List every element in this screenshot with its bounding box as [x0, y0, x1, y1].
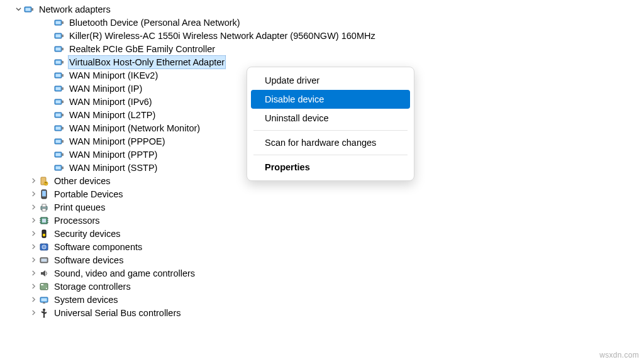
svg-rect-2 — [31, 8, 33, 11]
tree-category-label: Sound, video and game controllers — [53, 267, 196, 280]
tree-category[interactable]: Software devices — [0, 253, 377, 266]
chevron-down-icon[interactable] — [14, 5, 23, 14]
tree-item-label: WAN Miniport (IPv6) — [68, 96, 153, 108]
tree-category[interactable]: Storage controllers — [0, 280, 377, 293]
context-menu-item[interactable]: Properties — [251, 158, 410, 177]
context-menu: Update driverDisable deviceUninstall dev… — [247, 67, 414, 181]
tree-category[interactable]: Sound, video and game controllers — [0, 266, 377, 280]
chevron-right-icon[interactable] — [29, 190, 38, 199]
tree-category-label: System devices — [53, 293, 119, 306]
tree-category-label: Print queues — [53, 201, 106, 214]
tree-item[interactable]: Realtek PCIe GbE Family Controller — [0, 42, 377, 55]
tree-item-label: Realtek PCIe GbE Family Controller — [68, 43, 216, 55]
chevron-right-icon[interactable] — [29, 177, 38, 185]
tree-item-label: WAN Miniport (SSTP) — [68, 162, 158, 174]
other-devices-icon — [39, 176, 49, 186]
processor-icon — [39, 216, 49, 226]
tree-item-label: VirtualBox Host-Only Ethernet Adapter — [68, 55, 226, 69]
watermark-text: wsxdn.com — [599, 351, 639, 359]
software-component-icon — [39, 242, 49, 252]
tree-item-label: WAN Miniport (Network Monitor) — [68, 122, 201, 134]
software-device-icon — [39, 255, 49, 265]
tree-category[interactable]: System devices — [0, 293, 377, 306]
network-adapter-icon — [54, 150, 64, 160]
network-adapter-icon — [24, 4, 34, 14]
svg-rect-1 — [26, 8, 31, 11]
tree-spacer — [44, 163, 53, 172]
tree-category[interactable]: Security devices — [0, 227, 377, 240]
tree-category-label: Universal Serial Bus controllers — [53, 307, 182, 319]
tree-category[interactable]: Universal Serial Bus controllers — [0, 306, 377, 319]
tree-spacer — [44, 45, 53, 53]
tree-category-label: Software devices — [53, 254, 125, 266]
chevron-right-icon[interactable] — [29, 256, 38, 265]
tree-item-label: Killer(R) Wireless-AC 1550i Wireless Net… — [68, 30, 377, 42]
tree-category[interactable]: Print queues — [0, 200, 377, 214]
tree-category-label: Portable Devices — [53, 188, 125, 200]
tree-item-label: WAN Miniport (L2TP) — [68, 109, 157, 121]
network-adapter-icon — [54, 44, 64, 54]
network-adapter-icon — [54, 163, 64, 173]
tree-spacer — [44, 71, 53, 80]
network-adapter-icon — [54, 123, 64, 133]
chevron-right-icon[interactable] — [29, 295, 38, 304]
sound-icon — [39, 268, 49, 278]
tree-spacer — [44, 18, 53, 27]
security-device-icon — [39, 229, 49, 239]
tree-category[interactable]: Software components — [0, 240, 377, 253]
network-adapter-icon — [54, 18, 64, 28]
tree-item[interactable]: Killer(R) Wireless-AC 1550i Wireless Net… — [0, 29, 377, 42]
network-adapter-icon — [54, 110, 64, 120]
chevron-right-icon[interactable] — [29, 269, 38, 278]
tree-spacer — [44, 124, 53, 133]
network-adapter-icon — [54, 84, 64, 94]
tree-category-label: Other devices — [53, 175, 111, 187]
tree-spacer — [44, 111, 53, 119]
tree-item-label: WAN Miniport (PPPOE) — [68, 135, 167, 148]
chevron-right-icon[interactable] — [29, 282, 38, 291]
chevron-right-icon[interactable] — [29, 229, 38, 238]
tree-category-network-adapters[interactable]: Network adapters — [0, 3, 377, 16]
context-menu-item[interactable]: Update driver — [251, 71, 410, 90]
tree-category[interactable]: Processors — [0, 214, 377, 227]
tree-item[interactable]: Bluetooth Device (Personal Area Network) — [0, 16, 377, 29]
tree-item-label: Bluetooth Device (Personal Area Network) — [68, 16, 242, 29]
tree-category-label: Software components — [53, 241, 143, 253]
tree-item-label: WAN Miniport (IKEv2) — [68, 69, 159, 82]
storage-icon — [39, 282, 49, 292]
context-menu-separator — [253, 130, 408, 131]
tree-category-label: Network adapters — [38, 3, 112, 16]
chevron-right-icon[interactable] — [29, 216, 38, 225]
network-adapter-icon — [54, 97, 64, 107]
chevron-right-icon[interactable] — [29, 203, 38, 212]
network-adapter-icon — [54, 31, 64, 41]
context-menu-separator — [253, 155, 408, 155]
network-adapter-icon — [54, 57, 64, 67]
system-device-icon — [39, 295, 49, 305]
tree-spacer — [44, 31, 53, 40]
context-menu-item[interactable]: Scan for hardware changes — [251, 133, 410, 152]
context-menu-item[interactable]: Disable device — [251, 90, 410, 109]
printer-icon — [39, 202, 49, 212]
portable-devices-icon — [39, 189, 49, 199]
chevron-right-icon[interactable] — [29, 309, 38, 317]
tree-category-label: Security devices — [53, 228, 122, 240]
tree-item-label: WAN Miniport (PPTP) — [68, 148, 158, 161]
tree-category-label: Processors — [53, 214, 101, 227]
usb-icon — [39, 308, 49, 318]
context-menu-item[interactable]: Uninstall device — [251, 109, 410, 128]
network-adapter-icon — [54, 70, 64, 80]
tree-spacer — [44, 97, 53, 106]
network-adapter-icon — [54, 136, 64, 146]
tree-item-label: WAN Miniport (IP) — [68, 82, 143, 95]
chevron-right-icon[interactable] — [29, 243, 38, 251]
tree-spacer — [44, 137, 53, 146]
tree-spacer — [44, 84, 53, 93]
tree-category-label: Storage controllers — [53, 280, 132, 293]
tree-spacer — [44, 58, 53, 67]
tree-category[interactable]: Portable Devices — [0, 187, 377, 200]
tree-spacer — [44, 150, 53, 159]
